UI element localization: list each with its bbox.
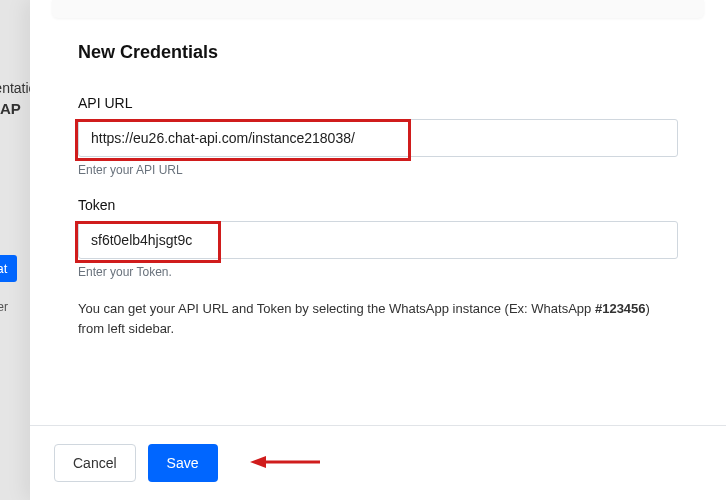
api-url-input[interactable] xyxy=(78,119,678,157)
modal-footer: Cancel Save xyxy=(30,425,726,500)
info-text-bold: #123456 xyxy=(595,301,646,316)
save-button[interactable]: Save xyxy=(148,444,218,482)
credentials-modal: New Credentials API URL Enter your API U… xyxy=(30,0,726,500)
api-url-field-group: API URL Enter your API URL xyxy=(78,95,678,177)
api-url-hint: Enter your API URL xyxy=(78,163,678,177)
token-field-group: Token Enter your Token. xyxy=(78,197,678,279)
api-url-label: API URL xyxy=(78,95,678,111)
bg-text-bold: AP xyxy=(0,100,21,117)
info-text: You can get your API URL and Token by se… xyxy=(78,299,678,338)
modal-title: New Credentials xyxy=(78,42,678,63)
bg-chip: Chat xyxy=(0,255,17,282)
modal-body: New Credentials API URL Enter your API U… xyxy=(30,18,726,348)
previous-card-edge xyxy=(52,0,704,18)
cancel-button[interactable]: Cancel xyxy=(54,444,136,482)
token-hint: Enter your Token. xyxy=(78,265,678,279)
bg-text-small: partner xyxy=(0,300,8,314)
token-input[interactable] xyxy=(78,221,678,259)
token-label: Token xyxy=(78,197,678,213)
info-text-prefix: You can get your API URL and Token by se… xyxy=(78,301,595,316)
